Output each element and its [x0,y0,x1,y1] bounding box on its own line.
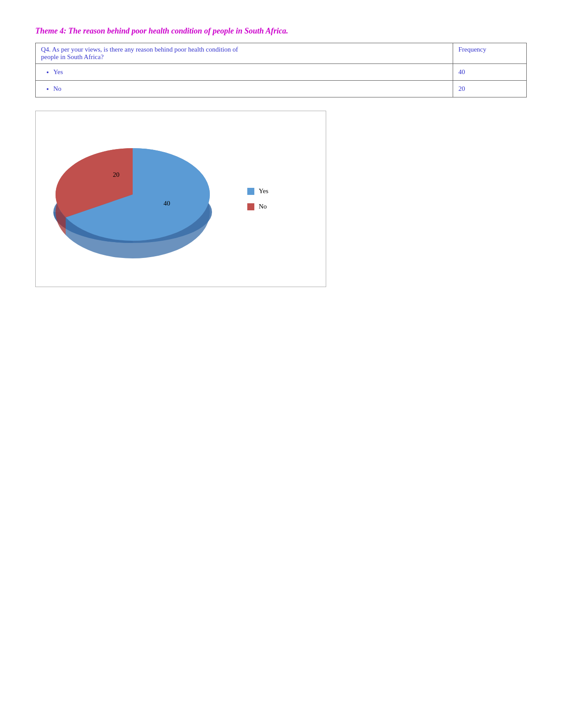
yes-row: Yes 40 [36,64,527,81]
question-part1: Q4. As per your views, is there any reas… [41,46,238,53]
legend-color-no [247,203,254,210]
yes-frequency: 40 [453,64,526,81]
no-label: No [53,83,447,94]
data-table: Q4. As per your views, is there any reas… [35,43,527,97]
chart-legend: Yes No [247,187,268,210]
legend-color-yes [247,188,254,195]
no-row: No 20 [36,81,527,97]
question-row: Q4. As per your views, is there any reas… [36,43,527,64]
chart-area: 40 20 Yes No [45,120,317,278]
yes-label: Yes [53,67,447,78]
no-pie-label: 20 [113,171,119,178]
yes-pie-label: 40 [164,200,170,207]
frequency-header: Frequency [453,43,526,64]
legend-label-yes: Yes [259,187,268,195]
legend-item-yes: Yes [247,187,268,195]
theme-title: Theme 4: The reason behind poor health c… [35,26,527,36]
legend-label-no: No [259,203,267,210]
no-frequency: 20 [453,81,526,97]
legend-item-no: No [247,203,268,210]
question-part2: people in South Africa? [41,53,104,60]
pie-chart: 40 20 [45,128,234,269]
chart-container: 40 20 Yes No [35,111,326,287]
